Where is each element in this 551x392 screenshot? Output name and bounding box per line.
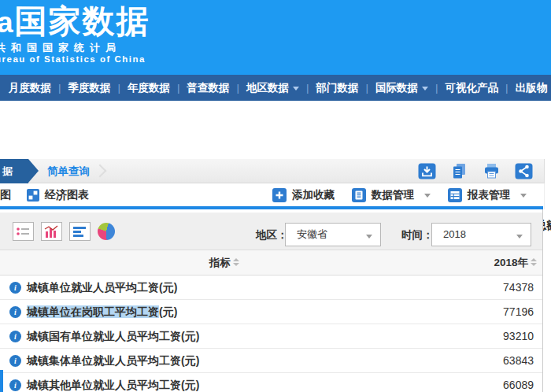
view-tabs: 图 经济图表 添加收藏 数据管理 [0,183,545,209]
data-management-menu[interactable]: 数据管理 [352,188,431,202]
time-dropdown[interactable]: 2018 [431,223,531,246]
document-icon [352,188,366,202]
row-label: 城镇集体单位就业人员平均工资(元) [27,349,199,373]
row-highlight-strip [0,370,3,392]
filter-bar: 地区： 安徽省 时间： 2018 [0,213,543,250]
table-icon [448,188,462,202]
sort-icon [531,258,537,266]
nav-item-annual[interactable]: 年度数据 [120,81,177,95]
table-row[interactable]: i 城镇国有单位就业人员平均工资(元) 93210 [0,324,543,349]
report-management-menu[interactable]: 报表管理 [448,188,527,202]
breadcrumb-item-simple-query[interactable]: 简单查询 [47,159,90,183]
indicator-table: i 城镇单位就业人员平均工资(元) 74378 i 城镇单位在岗职工平均工资(元… [0,276,543,392]
row-label: 城镇单位就业人员平均工资(元) [27,276,177,300]
nav-item-publications[interactable]: 出版物 [508,81,551,95]
nav-item-census[interactable]: 普查数据 [180,81,237,95]
chevron-down-icon [366,235,372,239]
nav-item-international[interactable]: 国际数据 [368,81,435,95]
chevron-down-icon [422,87,428,91]
breadcrumb: 据 简单查询 [0,159,545,183]
breadcrumb-arrow [28,159,39,183]
nav-item-visualization[interactable]: 可视化产品 [438,81,506,95]
info-icon[interactable]: i [9,379,21,391]
column-header-year[interactable]: 2018年 [494,250,537,276]
row-label: 城镇单位在岗职工平均工资(元) [27,300,177,324]
row-value: 63843 [503,349,534,373]
logo-title: 国家数据 [15,3,150,39]
plus-icon [272,188,287,202]
chevron-down-icon [293,87,299,91]
row-value: 74378 [503,276,534,300]
copy-icon[interactable] [450,162,468,180]
bar-chart-view-icon[interactable] [41,222,62,241]
nav-item-monthly[interactable]: 月度数据 [2,81,58,95]
column-header-indicator[interactable]: 指标 [0,250,449,276]
info-icon[interactable]: i [9,355,21,367]
download-icon[interactable] [418,162,436,180]
logo-subtitle-cn: 共和国国家统计局 [0,41,121,55]
row-label: 城镇国有单位就业人员平均工资(元) [27,324,199,349]
row-value: 66089 [503,373,534,392]
print-icon[interactable] [483,162,501,180]
site-logo: a国家数据 [0,0,150,43]
region-dropdown[interactable]: 安徽省 [285,223,381,246]
table-row[interactable]: i 城镇单位就业人员平均工资(元) 74378 [0,276,543,300]
main-nav: 月度数据| 季度数据| 年度数据| 普查数据| 地区数据| 部门数据| 国际数据… [0,75,551,101]
tab-economic-charts[interactable]: 经济图表 [27,183,89,206]
search-section: ASHU 搜索 统计 热词 GDP CPI 总人口 社会消费品零售总额 粮食产量… [0,101,551,159]
nav-item-department[interactable]: 部门数据 [309,81,366,95]
row-value: 77196 [503,300,534,324]
tab-label: 经济图表 [45,188,89,202]
info-icon[interactable]: i [9,331,21,342]
table-row[interactable]: i 城镇其他单位就业人员平均工资(元) 66089 [0,373,543,392]
add-favorite-button[interactable]: 添加收藏 [272,188,335,202]
share-icon[interactable] [515,162,533,180]
table-row-selected[interactable]: i 城镇单位在岗职工平均工资(元) 77196 [0,300,543,324]
logo-prefix: a [0,6,15,39]
query-panel: 地区： 安徽省 时间： 2018 指标 2018年 i 城镇单位就业人员平均工资… [0,209,543,392]
view-switcher [13,222,115,241]
nav-item-regional[interactable]: 地区数据 [239,81,306,95]
region-label: 地区： [256,224,288,247]
table-row[interactable]: i 城镇集体单位就业人员平均工资(元) 63843 [0,349,543,373]
list-view-icon[interactable] [13,222,34,241]
logo-subtitle-en: ureau of Statistics of China [0,54,146,64]
hbar-chart-view-icon[interactable] [69,222,91,241]
chevron-down-icon [516,235,523,239]
breadcrumb-item-data[interactable]: 据 [0,159,39,183]
tab-map-partial[interactable]: 图 [0,183,11,206]
pie-chart-view-icon[interactable] [98,223,115,240]
info-icon[interactable]: i [9,306,21,318]
chevron-down-icon [520,194,527,198]
chevron-down-icon [424,194,431,198]
row-label: 城镇其他单位就业人员平均工资(元) [27,373,199,392]
toolbar [418,162,533,180]
table-header: 指标 2018年 [0,250,543,276]
sort-icon [233,258,239,266]
time-label: 时间： [401,224,434,247]
chevron-right-icon [94,165,107,178]
table-actions: 添加收藏 数据管理 报表管理 [272,183,527,206]
row-value: 93210 [503,324,534,349]
chart-grid-icon [27,189,39,202]
site-header: a国家数据 共和国国家统计局 ureau of Statistics of Ch… [0,0,551,75]
nav-item-quarterly[interactable]: 季度数据 [61,81,118,95]
info-icon[interactable]: i [9,282,21,294]
